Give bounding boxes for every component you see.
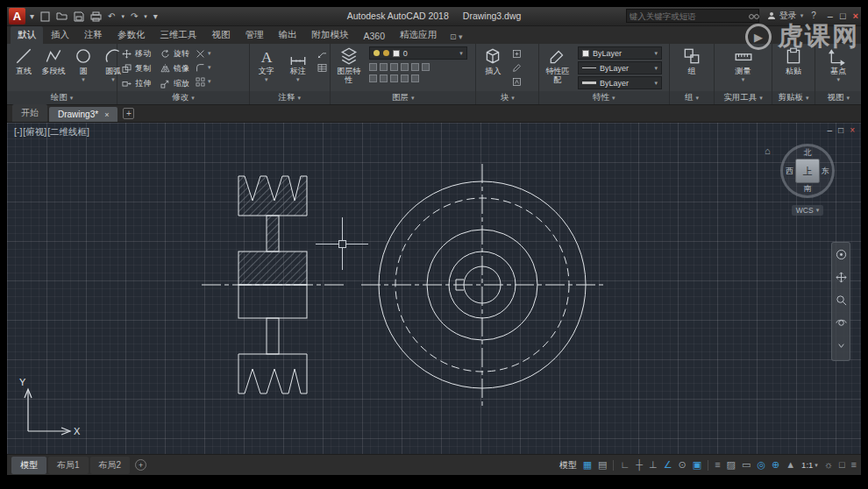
trim-button[interactable]: ▾: [195, 47, 211, 60]
insert-block-button[interactable]: 插入: [480, 46, 506, 75]
layer-tool-icon[interactable]: [369, 63, 377, 71]
viewcube-top-face[interactable]: 上: [795, 159, 820, 183]
dimension-caret-icon[interactable]: ▾: [296, 76, 300, 83]
copy-button[interactable]: 复制: [121, 61, 151, 75]
viewport-view-label[interactable]: [俯视]: [23, 126, 46, 138]
object-snap-icon[interactable]: ▣: [693, 460, 701, 470]
panel-label-annotation[interactable]: 注释▾: [250, 91, 330, 104]
ribbon-tab-addins[interactable]: 附加模块: [305, 26, 356, 44]
drawing-restore-icon[interactable]: □: [838, 125, 843, 135]
ribbon-display-caret-icon[interactable]: ⊡ ▾: [445, 30, 468, 44]
transparency-icon[interactable]: ▨: [727, 460, 736, 470]
panel-label-view[interactable]: 视图▾: [815, 91, 861, 104]
layout-tab-layout1[interactable]: 布局1: [48, 457, 89, 474]
create-block-button[interactable]: [511, 47, 523, 60]
file-tab-drawing3[interactable]: Drawing3* ×: [49, 107, 117, 122]
full-navigation-wheel-icon[interactable]: [836, 248, 847, 264]
selection-cycling-icon[interactable]: ▭: [742, 460, 751, 470]
viewcube-south[interactable]: 南: [804, 183, 812, 195]
layout-tab-model[interactable]: 模型: [11, 457, 46, 474]
polyline-button[interactable]: 多段线: [40, 46, 67, 75]
new-drawing-tab-button[interactable]: +: [123, 108, 134, 119]
mirror-button[interactable]: 镜像: [160, 61, 189, 75]
file-tab-close-icon[interactable]: ×: [104, 110, 109, 119]
save-icon[interactable]: [74, 11, 84, 22]
scale-button[interactable]: 缩放: [160, 76, 189, 90]
orbit-icon[interactable]: [836, 316, 847, 332]
edit-block-button[interactable]: [511, 61, 523, 74]
file-tab-start[interactable]: 开始: [12, 104, 47, 122]
viewcube-home-icon[interactable]: ⌂: [765, 145, 771, 156]
navbar-more-caret-icon[interactable]: [836, 339, 847, 355]
arc-caret-icon[interactable]: ▾: [111, 76, 115, 83]
layer-tool-icon[interactable]: [380, 63, 388, 71]
layout-tab-layout2[interactable]: 布局2: [90, 457, 131, 474]
drawing-close-icon[interactable]: ×: [850, 125, 855, 135]
grid-toggle-icon[interactable]: ▦: [583, 460, 592, 470]
undo-icon[interactable]: ↶: [108, 12, 115, 21]
base-button[interactable]: 基点 ▾: [825, 46, 851, 83]
ribbon-tab-default[interactable]: 默认: [11, 26, 43, 44]
drawing-canvas[interactable]: [-] [俯视] [二维线框] – □ ×: [7, 123, 861, 454]
layer-tool-icon[interactable]: [401, 63, 409, 71]
panel-label-groups[interactable]: 组▾: [670, 91, 715, 104]
measure-caret-icon[interactable]: ▾: [742, 76, 745, 83]
circle-button[interactable]: 圆 ▾: [70, 46, 96, 83]
circle-caret-icon[interactable]: ▾: [82, 76, 85, 83]
viewport-visual-style-label[interactable]: [二维线框]: [47, 126, 89, 138]
open-icon[interactable]: [56, 11, 68, 21]
workspace-caret-icon[interactable]: ▾: [153, 12, 158, 21]
autoscale-icon[interactable]: ▲: [786, 460, 795, 470]
measure-button[interactable]: 测量 ▾: [730, 46, 757, 83]
panel-label-draw[interactable]: 绘图▾: [7, 91, 117, 104]
move-button[interactable]: 移动: [121, 46, 151, 60]
search-input[interactable]: [630, 11, 745, 21]
autocad-logo[interactable]: A: [9, 8, 25, 25]
object-color-dropdown[interactable]: ByLayer ▾: [578, 46, 662, 60]
ribbon-tab-view[interactable]: 视图: [205, 26, 238, 44]
linetype-dropdown[interactable]: ByLayer ▾: [578, 61, 662, 74]
lineweight-dropdown[interactable]: ByLayer ▾: [578, 76, 662, 89]
polar-tracking-icon[interactable]: ∠: [664, 460, 672, 470]
viewcube-north[interactable]: 北: [804, 147, 812, 159]
stretch-button[interactable]: 拉伸: [121, 76, 151, 90]
layer-tool-icon[interactable]: [390, 74, 398, 82]
dimension-button[interactable]: 标注 ▾: [285, 46, 311, 83]
snap-toggle-icon[interactable]: ▤: [598, 460, 607, 470]
panel-label-clipboard[interactable]: 剪贴板▾: [772, 91, 815, 104]
panel-label-modify[interactable]: 修改▾: [117, 91, 249, 104]
layer-tool-icon[interactable]: [411, 63, 419, 71]
maximize-button[interactable]: □: [840, 11, 846, 21]
sign-in-button[interactable]: 登录 ▾: [767, 10, 804, 22]
ribbon-tab-output[interactable]: 输出: [272, 26, 304, 44]
redo-caret-icon[interactable]: ▾: [144, 13, 147, 19]
model-space-toggle[interactable]: 模型: [559, 459, 577, 471]
annotation-scale-button[interactable]: 1:1▾: [801, 460, 818, 470]
layer-tool-icon[interactable]: [422, 63, 430, 71]
layer-tool-icon[interactable]: [401, 74, 409, 82]
object-snap-tracking-icon[interactable]: ⊙: [679, 460, 687, 470]
panel-label-block[interactable]: 块▾: [476, 91, 537, 104]
ribbon-tab-manage[interactable]: 管理: [238, 26, 271, 44]
ribbon-tab-insert[interactable]: 插入: [44, 26, 76, 44]
new-icon[interactable]: [40, 11, 50, 22]
panel-label-layers[interactable]: 图层▾: [331, 91, 476, 104]
rotate-button[interactable]: 旋转: [160, 46, 189, 60]
ribbon-tab-parametric[interactable]: 参数化: [110, 26, 153, 44]
minimize-button[interactable]: –: [828, 11, 833, 21]
fillet-button[interactable]: ▾: [195, 61, 211, 74]
dynamic-input-icon[interactable]: ┼: [636, 460, 643, 470]
help-icon[interactable]: ?: [811, 11, 816, 20]
ribbon-tab-featured-apps[interactable]: 精选应用: [393, 26, 444, 44]
viewcube-east[interactable]: 东: [822, 166, 829, 177]
wcs-dropdown[interactable]: WCS ▾: [792, 205, 823, 216]
array-button[interactable]: ▾: [195, 75, 211, 88]
pan-icon[interactable]: [836, 271, 847, 287]
viewport-controls-label[interactable]: [-]: [14, 126, 22, 138]
app-menu-caret-icon[interactable]: ▾: [30, 12, 34, 21]
panel-label-utilities[interactable]: 实用工具▾: [715, 91, 771, 104]
paste-button[interactable]: 粘贴: [780, 46, 807, 75]
layer-dropdown[interactable]: 0 ▾: [369, 46, 467, 60]
leader-button[interactable]: [317, 47, 328, 60]
viewcube-west[interactable]: 西: [786, 166, 793, 177]
